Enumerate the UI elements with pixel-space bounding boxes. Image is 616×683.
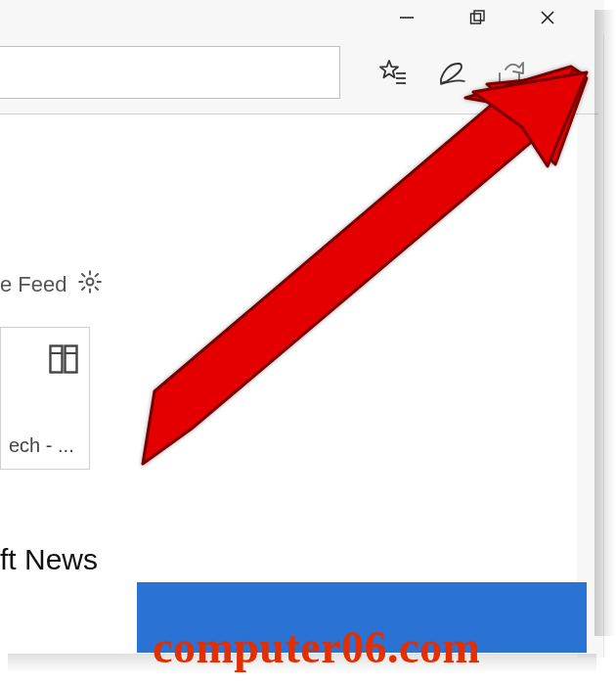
tile-label: ech - ... [9,434,81,457]
feed-row: e Feed [0,269,103,300]
site-tile-icon [46,342,81,377]
svg-rect-12 [51,346,63,373]
tile-icon-wrapper [9,342,81,377]
web-notes-icon [435,58,468,91]
close-button[interactable] [512,0,583,34]
watermark: computer06.com [153,621,480,673]
svg-point-11 [86,279,93,286]
minimize-button[interactable] [372,0,442,34]
share-icon [494,58,527,91]
svg-rect-2 [474,11,484,21]
svg-rect-1 [471,14,481,23]
svg-point-9 [567,72,571,76]
gear-icon [77,269,103,295]
window-titlebar [0,0,604,34]
toolbar-actions [364,34,598,114]
top-site-tile[interactable]: ech - ... [0,327,90,470]
news-heading: ft News [0,543,98,576]
svg-rect-13 [66,346,77,373]
svg-point-8 [559,72,563,76]
address-bar[interactable] [0,46,340,99]
favorites-icon [376,58,410,91]
browser-toolbar [0,34,598,114]
maximize-icon [468,9,486,26]
feed-settings-button[interactable] [77,269,103,300]
more-icon [552,58,586,91]
feed-label: e Feed [0,272,67,297]
favorites-button[interactable] [364,34,422,114]
svg-point-10 [575,72,579,76]
page-content: e Feed ech - ... ft News [0,114,577,658]
share-button[interactable] [481,34,540,114]
close-icon [539,9,556,26]
maximize-button[interactable] [442,0,512,34]
web-notes-button[interactable] [422,34,481,114]
minimize-icon [398,9,416,26]
more-button[interactable] [540,34,598,114]
